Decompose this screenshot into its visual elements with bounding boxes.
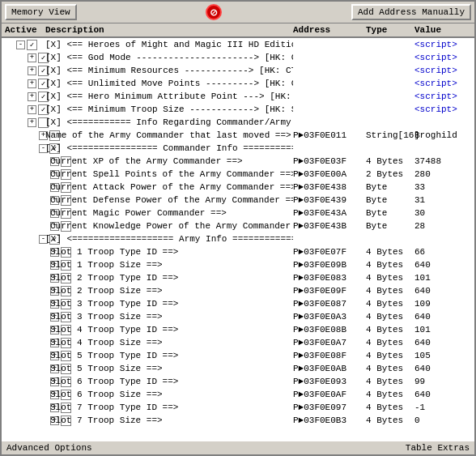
- table-row[interactable]: +Current XP of the Army Commander ==>P►0…: [2, 155, 474, 168]
- row-value[interactable]: 640: [414, 312, 471, 322]
- statusbar-right[interactable]: Table Extras: [406, 443, 470, 453]
- table-row[interactable]: +Current Defense Power of the Army Comma…: [2, 194, 474, 207]
- table-row[interactable]: +Current Attack Power of the Army Comman…: [2, 181, 474, 194]
- expand-button[interactable]: +: [28, 118, 36, 127]
- row-value[interactable]: 30: [414, 208, 471, 218]
- row-description: Current Defense Power of the Army Comman…: [50, 195, 293, 205]
- row-value[interactable]: 640: [414, 364, 471, 373]
- row-checkbox[interactable]: [27, 40, 37, 50]
- table-row[interactable]: +Slot 5 Troop Type ID ==>P►03F0E08F4 Byt…: [2, 349, 474, 362]
- table-row[interactable]: +Slot 6 Troop Size ==>P►03F0E0AF4 Bytes6…: [2, 388, 474, 401]
- row-value[interactable]: <script>: [414, 79, 471, 88]
- row-description: Current XP of the Army Commander ==>: [50, 156, 293, 166]
- row-value[interactable]: 640: [414, 286, 471, 296]
- row-value[interactable]: <script>: [414, 40, 471, 49]
- row-value[interactable]: 66: [414, 247, 471, 257]
- expand-button[interactable]: +: [28, 53, 36, 62]
- table-row[interactable]: +[X] <=========== Info Regarding Command…: [2, 116, 474, 129]
- row-value[interactable]: 101: [414, 325, 471, 335]
- row-value[interactable]: Broghild: [414, 130, 471, 140]
- row-description: Slot 2 Troop Size ==>: [50, 286, 293, 296]
- row-description: Slot 3 Troop Size ==>: [50, 312, 293, 322]
- row-value[interactable]: 101: [414, 273, 471, 283]
- row-value[interactable]: 37488: [414, 156, 471, 166]
- table-row[interactable]: +Slot 7 Troop Size ==>P►03F0E0B34 Bytes0: [2, 414, 474, 427]
- table-row[interactable]: +Slot 7 Troop Type ID ==>P►03F0E0974 Byt…: [2, 401, 474, 414]
- table-row[interactable]: -[X] <=================== Army Info ====…: [2, 232, 474, 245]
- row-description: Slot 4 Troop Type ID ==>: [50, 325, 293, 335]
- row-value[interactable]: 33: [414, 182, 471, 192]
- row-value[interactable]: 31: [414, 195, 471, 205]
- row-value[interactable]: <script>: [414, 66, 471, 75]
- expand-button[interactable]: +: [28, 79, 36, 88]
- row-value[interactable]: 109: [414, 299, 471, 309]
- toolbar: Memory View ⊘ Add Address Manually: [2, 2, 474, 23]
- row-description: Slot 2 Troop Type ID ==>: [50, 273, 293, 283]
- row-value[interactable]: 280: [414, 169, 471, 179]
- row-type: 4 Bytes: [366, 260, 414, 270]
- table-row[interactable]: +Name of the Army Commander that last mo…: [2, 129, 474, 142]
- col-type-header: Type: [366, 25, 414, 35]
- table-row[interactable]: +Slot 2 Troop Size ==>P►03F0E09F4 Bytes6…: [2, 284, 474, 297]
- table-row[interactable]: +[X] <== Hero Minimum Attribute Point --…: [2, 90, 474, 103]
- col-val-header: Value: [414, 25, 471, 35]
- table-row[interactable]: +Slot 2 Troop Type ID ==>P►03F0E0834 Byt…: [2, 271, 474, 284]
- col-addr-header: Address: [293, 25, 366, 35]
- table-row[interactable]: +[X] <== Minimum Resources ------------>…: [2, 64, 474, 77]
- table-row[interactable]: +[X] <== Unlimited Move Points ---------…: [2, 77, 474, 90]
- table-row[interactable]: +Slot 4 Troop Type ID ==>P►03F0E08B4 Byt…: [2, 323, 474, 336]
- row-description: Slot 7 Troop Size ==>: [50, 416, 293, 425]
- row-address: P►03F0E097: [293, 403, 366, 412]
- row-address: P►03F0E083: [293, 273, 366, 283]
- table-row[interactable]: +Slot 3 Troop Type ID ==>P►03F0E0874 Byt…: [2, 297, 474, 310]
- table-area[interactable]: -[X] <== Heroes of Might and Magic III H…: [2, 38, 474, 440]
- row-address: P►03F0E09B: [293, 260, 366, 270]
- table-row[interactable]: +Slot 6 Troop Type ID ==>P►03F0E0934 Byt…: [2, 375, 474, 388]
- table-row[interactable]: +Slot 1 Troop Type ID ==>P►03F0E07F4 Byt…: [2, 245, 474, 258]
- row-description: [X] <== Unlimited Move Points --------->…: [45, 79, 293, 88]
- expand-button[interactable]: +: [28, 66, 36, 75]
- row-value[interactable]: 99: [414, 377, 471, 386]
- toolbar-center: ⊘: [80, 4, 348, 20]
- table-row[interactable]: +Current Magic Power Commander ==>P►03F0…: [2, 207, 474, 219]
- row-description: Current Attack Power of the Army Command…: [50, 182, 293, 192]
- table-row[interactable]: +Slot 4 Troop Size ==>P►03F0E0A74 Bytes6…: [2, 336, 474, 349]
- row-value[interactable]: <script>: [414, 92, 471, 101]
- table-row[interactable]: +Current Spell Points of the Army Comman…: [2, 168, 474, 181]
- row-value[interactable]: 640: [414, 390, 471, 399]
- row-value[interactable]: -1: [414, 403, 471, 412]
- expand-button[interactable]: -: [16, 40, 25, 49]
- row-value[interactable]: <script>: [414, 53, 471, 62]
- statusbar-left[interactable]: Advanced Options: [6, 443, 92, 453]
- table-row[interactable]: +Current Knowledge Power of the Army Com…: [2, 219, 474, 232]
- row-type: 4 Bytes: [366, 351, 414, 360]
- table-row[interactable]: -[X] <== Heroes of Might and Magic III H…: [2, 38, 474, 51]
- col-active-header: Active: [5, 25, 45, 35]
- row-value[interactable]: 640: [414, 260, 471, 270]
- row-value[interactable]: 640: [414, 338, 471, 347]
- table-row[interactable]: +Slot 3 Troop Size ==>P►03F0E0A34 Bytes6…: [2, 310, 474, 323]
- row-value[interactable]: <script>: [414, 104, 471, 114]
- row-type: 4 Bytes: [366, 286, 414, 296]
- row-value[interactable]: 28: [414, 221, 471, 231]
- table-row[interactable]: +[X] <== Minimum Troop Size ------------…: [2, 103, 474, 116]
- col-desc-header: Description: [45, 25, 293, 35]
- row-type: 4 Bytes: [366, 338, 414, 347]
- expand-button[interactable]: +: [28, 92, 36, 101]
- row-value[interactable]: 0: [414, 416, 471, 425]
- row-address: P►03F0E0AB: [293, 364, 366, 373]
- memory-view-button[interactable]: Memory View: [5, 4, 77, 20]
- row-description: [X] <================ Commander Info ===…: [45, 143, 293, 153]
- row-description: Name of the Army Commander that last mov…: [45, 130, 293, 140]
- table-row[interactable]: +[X] <== God Mode ----------------------…: [2, 51, 474, 64]
- row-value[interactable]: 105: [414, 351, 471, 360]
- expand-button[interactable]: +: [28, 105, 36, 114]
- row-type: 4 Bytes: [366, 416, 414, 425]
- table-row[interactable]: -[X] <================ Commander Info ==…: [2, 142, 474, 155]
- table-row[interactable]: +Slot 1 Troop Size ==>P►03F0E09B4 Bytes6…: [2, 258, 474, 271]
- main-window: Memory View ⊘ Add Address Manually Activ…: [0, 0, 476, 456]
- add-address-button[interactable]: Add Address Manually: [351, 4, 471, 20]
- stop-icon: ⊘: [206, 4, 222, 20]
- table-row[interactable]: +Slot 5 Troop Size ==>P►03F0E0AB4 Bytes6…: [2, 362, 474, 375]
- row-address: P►03F0E09F: [293, 286, 366, 296]
